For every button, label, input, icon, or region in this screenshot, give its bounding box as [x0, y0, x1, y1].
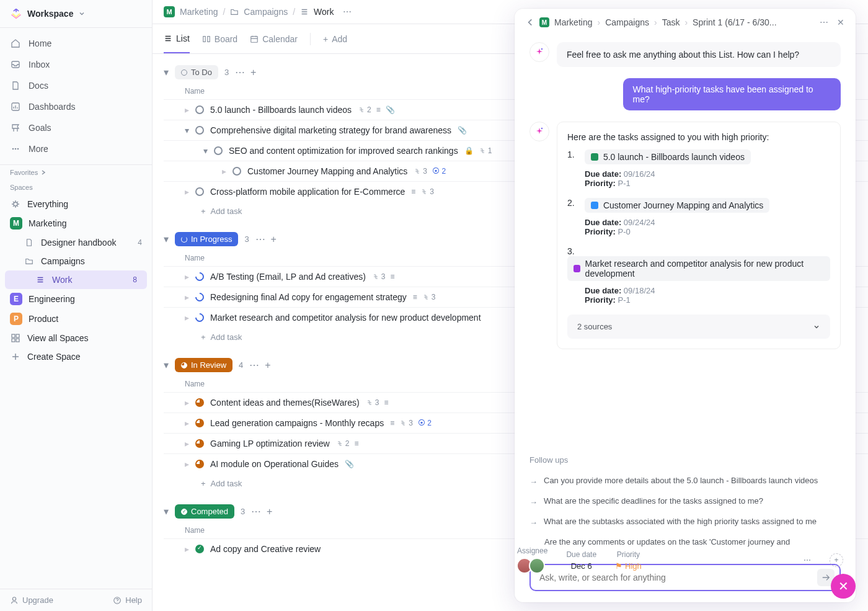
sidebar-space-marketing[interactable]: M Marketing: [0, 213, 152, 233]
tab-add-view[interactable]: + Add: [323, 24, 347, 53]
caret-icon[interactable]: ▸: [185, 439, 189, 448]
caret-icon[interactable]: ▸: [185, 544, 189, 554]
subtask-count[interactable]: 3: [399, 419, 413, 427]
subtask-count[interactable]: 2: [358, 105, 371, 114]
sources-dropdown[interactable]: 2 sources: [567, 314, 830, 339]
close-icon[interactable]: ✕: [837, 17, 844, 27]
status-pill-todo[interactable]: To Do: [175, 65, 218, 79]
caret-icon[interactable]: ▾: [203, 146, 208, 156]
tab-board[interactable]: Board: [202, 24, 237, 53]
more-icon: [10, 143, 21, 154]
add-column-button[interactable]: +: [830, 553, 843, 567]
due-date-column[interactable]: Due date Dec 6: [566, 550, 596, 571]
caret-icon[interactable]: ▾: [185, 125, 189, 135]
workspace-switcher[interactable]: Workspace: [0, 0, 152, 28]
help-button[interactable]: Help: [113, 595, 142, 605]
sidebar-everything[interactable]: Everything: [0, 195, 152, 213]
status-dot-icon[interactable]: [195, 545, 204, 553]
status-pill-review[interactable]: In Review: [175, 358, 232, 372]
subtask-count[interactable]: 3: [422, 293, 436, 301]
collapse-icon[interactable]: ▾: [164, 233, 169, 245]
caret-icon[interactable]: ▸: [185, 292, 189, 302]
group-actions[interactable]: ⋯ +: [249, 359, 270, 371]
nav-more[interactable]: More: [0, 138, 152, 159]
status-dot-icon[interactable]: [195, 398, 204, 407]
caret-icon[interactable]: ▸: [185, 418, 189, 428]
subtask-count[interactable]: 3: [372, 272, 386, 281]
back-icon[interactable]: [526, 18, 534, 27]
caret-icon[interactable]: ▸: [222, 166, 226, 176]
sidebar-space-engineering[interactable]: E Engineering: [0, 289, 152, 309]
status-pill-competed[interactable]: ✓ Competed: [175, 504, 234, 519]
sidebar-view-all-spaces[interactable]: View all Spaces: [0, 329, 152, 347]
favorites-section[interactable]: Favorites: [0, 165, 152, 180]
crumb-list[interactable]: Work: [314, 7, 334, 17]
priority-column[interactable]: Priority ⚑High: [615, 550, 642, 571]
status-dot-icon[interactable]: [195, 419, 204, 427]
caret-icon[interactable]: ▸: [185, 459, 189, 469]
caret-icon[interactable]: ▸: [185, 187, 189, 197]
subtask-count[interactable]: 3: [420, 187, 434, 196]
status-dot-icon[interactable]: [214, 146, 223, 155]
status-dot-icon[interactable]: [195, 187, 204, 196]
ellipsis-icon[interactable]: ⋯: [343, 7, 352, 17]
followup-suggestion[interactable]: →What are the specific deadlines for the…: [529, 491, 841, 512]
subtask-count[interactable]: 3: [366, 398, 379, 407]
crumb-space[interactable]: Marketing: [180, 7, 218, 17]
ai-panel: M Marketing › Campaigns › Task › Sprint …: [515, 9, 856, 602]
ai-crumb[interactable]: Task: [662, 17, 680, 27]
status-dot-icon[interactable]: [195, 105, 204, 114]
status-dot-icon[interactable]: [195, 439, 204, 448]
caret-icon[interactable]: ▸: [185, 272, 189, 282]
caret-icon[interactable]: ▸: [185, 398, 189, 408]
nav-docs[interactable]: Docs: [0, 75, 152, 96]
status-dot-icon[interactable]: [195, 460, 204, 468]
ellipsis-icon[interactable]: ⋯: [820, 17, 828, 27]
ai-crumb[interactable]: Campaigns: [605, 17, 649, 27]
collapse-icon[interactable]: ▾: [164, 506, 169, 517]
subtask-count[interactable]: 3: [414, 167, 427, 176]
group-actions[interactable]: ⋯ +: [255, 233, 277, 245]
board-icon: [202, 35, 211, 43]
tab-list[interactable]: List: [164, 24, 190, 53]
group-actions[interactable]: ⋯ +: [251, 506, 272, 517]
subtask-count[interactable]: 1: [479, 146, 492, 155]
sidebar-work[interactable]: Work 8: [5, 270, 147, 289]
sidebar-create-space[interactable]: Create Space: [0, 347, 152, 366]
collapse-icon[interactable]: ▾: [164, 359, 169, 371]
assignee-column[interactable]: Assignee: [517, 546, 547, 574]
tab-calendar[interactable]: Calendar: [250, 24, 298, 53]
nav-goals[interactable]: Goals: [0, 117, 152, 138]
nav-home[interactable]: Home: [0, 33, 152, 54]
caret-icon[interactable]: ▸: [185, 105, 189, 115]
status-dot-icon[interactable]: [193, 291, 206, 303]
status-dot-icon[interactable]: [195, 126, 204, 135]
sidebar-space-product[interactable]: P Product: [0, 309, 152, 329]
assignee-avatars[interactable]: [520, 558, 545, 574]
ellipsis-icon[interactable]: ⋯: [804, 556, 811, 564]
status-dot-icon[interactable]: [193, 311, 206, 324]
status-dot-icon[interactable]: [232, 167, 241, 176]
subtask-count[interactable]: 2: [336, 439, 350, 448]
ai-task-link[interactable]: Market research and competitor analysis …: [567, 256, 830, 281]
caret-icon[interactable]: ▸: [185, 313, 189, 323]
nav-inbox[interactable]: Inbox: [0, 54, 152, 75]
status-dot-icon[interactable]: [193, 270, 206, 283]
ai-task-link[interactable]: 5.0 launch - Billboards launch videos: [585, 149, 751, 164]
sidebar-campaigns[interactable]: Campaigns: [0, 252, 152, 270]
status-pill-progress[interactable]: In Progress: [175, 232, 238, 246]
doc-icon: [24, 237, 35, 248]
ai-crumb[interactable]: Sprint 1 (6/17 - 6/30...: [693, 17, 776, 27]
crumb-folder[interactable]: Campaigns: [244, 7, 288, 17]
group-actions[interactable]: ⋯ +: [235, 66, 256, 78]
close-fab[interactable]: ✕: [831, 574, 856, 599]
nav-more-label: More: [29, 144, 48, 154]
ai-crumb[interactable]: Marketing: [554, 17, 592, 27]
followup-suggestion[interactable]: →What are the subtasks associated with t…: [529, 512, 841, 532]
upgrade-button[interactable]: Upgrade: [10, 595, 53, 605]
nav-dashboards[interactable]: Dashboards: [0, 96, 152, 117]
ai-task-link[interactable]: Customer Journey Mapping and Analytics: [585, 198, 769, 213]
collapse-icon[interactable]: ▾: [164, 66, 169, 78]
sidebar-designer-handbook[interactable]: Designer handbook 4: [0, 233, 152, 252]
followup-suggestion[interactable]: →Can you provide more details about the …: [529, 471, 841, 491]
